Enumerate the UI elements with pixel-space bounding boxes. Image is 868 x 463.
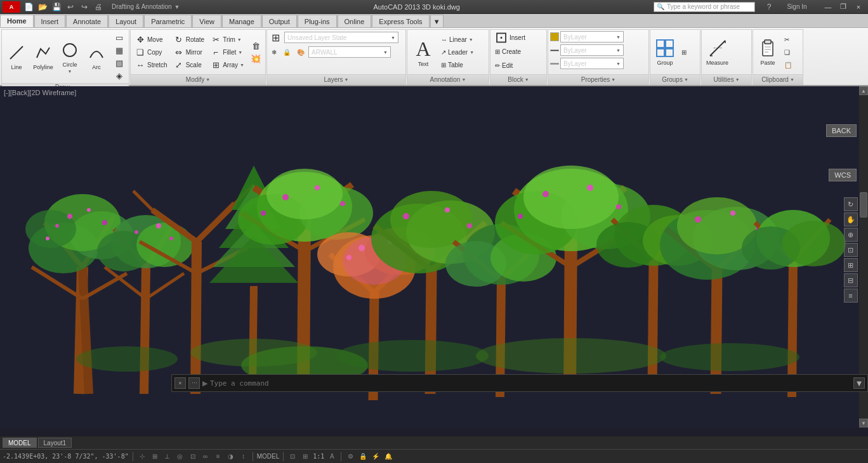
cmd-close-btn[interactable]: × <box>174 377 186 389</box>
osnap-icon[interactable]: ⊡ <box>188 452 198 462</box>
create-block-tool[interactable]: ⊞ Create <box>492 45 523 58</box>
rotate-tool[interactable]: ↻ Rotate <box>171 33 207 46</box>
clipboard-panel-label[interactable]: Clipboard ▼ <box>753 74 803 84</box>
insert-tool[interactable]: ⊡ Insert <box>492 31 528 44</box>
annotation-scale-icon[interactable]: A <box>327 452 337 462</box>
gradient-tool[interactable]: ▧ <box>112 56 127 69</box>
paste-special-tool[interactable]: 📋 <box>782 58 794 71</box>
layer-lock-tool[interactable]: 🔒 <box>280 46 293 58</box>
zoom-all-btn[interactable]: ⊟ <box>844 273 858 287</box>
selection-icon[interactable]: ↕ <box>239 452 249 462</box>
tab-parametric[interactable]: Parametric <box>144 15 192 27</box>
close-btn[interactable]: × <box>852 2 865 12</box>
layer-state-dropdown[interactable]: Unsaved Layer State ▼ <box>284 32 398 43</box>
scroll-thumb[interactable] <box>860 192 867 218</box>
paste-tool[interactable]: Paste <box>755 36 780 68</box>
linear-tool[interactable]: ↔ Linear ▼ <box>438 33 477 46</box>
tab-manage[interactable]: Manage <box>222 15 261 27</box>
nav-controls-btn[interactable]: ≡ <box>844 289 858 303</box>
tab-view[interactable]: View <box>192 15 221 27</box>
zoom-extents-btn[interactable]: ⊡ <box>844 243 858 257</box>
tab-layout[interactable]: Layout <box>109 15 143 27</box>
plot-btn[interactable]: 🖨 <box>93 2 104 12</box>
lineweight-icon[interactable]: ≡ <box>213 452 223 462</box>
erase-tool[interactable]: 🗑 <box>248 39 263 52</box>
groups-panel-label[interactable]: Groups ▼ <box>650 74 700 84</box>
line-tool[interactable]: Line <box>4 41 29 72</box>
rectangle-tool[interactable]: ▭ <box>112 31 127 44</box>
layer-color-tool[interactable]: 🎨 <box>294 46 307 58</box>
stretch-tool[interactable]: ↔ Stretch <box>133 58 170 71</box>
command-input[interactable] <box>210 379 851 388</box>
viewport-scale-icon[interactable]: ⊡ <box>287 452 298 462</box>
cmd-options-btn[interactable]: ⋯ <box>188 377 200 389</box>
back-button[interactable]: BACK <box>826 124 857 137</box>
color-swatch[interactable] <box>550 32 559 41</box>
scroll-up-btn[interactable]: ▲ <box>859 86 868 95</box>
orbit-btn[interactable]: ↻ <box>844 197 858 211</box>
bylayer-linetype-dropdown[interactable]: ByLayer ▼ <box>560 44 624 56</box>
measure-tool[interactable]: ←→ Measure <box>704 36 731 68</box>
scale-tool[interactable]: ⤢ Scale <box>171 58 207 71</box>
zoom-window-btn[interactable]: ⊞ <box>844 258 858 272</box>
tab-plugins[interactable]: Plug-ins <box>298 15 337 27</box>
trim-tool[interactable]: ✂ Trim ▼ <box>208 33 247 46</box>
text-tool[interactable]: A Text <box>409 36 437 68</box>
layer-properties-tool[interactable]: ⊞ <box>269 31 282 44</box>
tab-online[interactable]: Online <box>338 15 372 27</box>
wcs-button[interactable]: WCS <box>829 169 857 181</box>
fillet-tool[interactable]: ⌐ Fillet ▼ <box>208 46 247 58</box>
otrack-icon[interactable]: ∞ <box>201 452 211 462</box>
snap-icon[interactable]: ⊹ <box>137 452 147 462</box>
zoom-btn[interactable]: ⊕ <box>844 228 858 242</box>
mirror-tool[interactable]: ⇔ Mirror <box>171 46 207 58</box>
annotation-panel-label[interactable]: Annotation ▼ <box>407 74 489 84</box>
new-btn[interactable]: 📄 <box>23 2 34 12</box>
block-panel-label[interactable]: Block ▼ <box>490 74 546 84</box>
copy-tool[interactable]: ❏ Copy <box>133 46 170 58</box>
workspace-dropdown-arrow[interactable]: ▼ <box>174 4 180 10</box>
ortho-icon[interactable]: ⊥ <box>162 452 173 462</box>
cut-tool[interactable]: ✂ <box>782 33 794 46</box>
layer-freeze-tool[interactable]: ❄ <box>269 46 279 58</box>
circle-tool[interactable]: Circle ▼ <box>57 38 82 75</box>
workspace-selector[interactable]: Drafting & Annotation <box>112 3 172 10</box>
model-tab[interactable]: MODEL <box>3 438 37 448</box>
move-tool[interactable]: ✥ Move <box>133 33 170 46</box>
notification-icon[interactable]: 🔔 <box>383 452 393 462</box>
hatch-tool[interactable]: ▦ <box>112 44 127 56</box>
group-manager-tool[interactable]: ⊞ <box>679 46 689 58</box>
array-tool[interactable]: ⊞ Array ▼ <box>208 58 247 71</box>
arc-tool[interactable]: Arc <box>84 41 109 72</box>
table-tool[interactable]: ⊞ Table <box>438 58 477 71</box>
scroll-down-btn[interactable]: ▼ <box>859 419 868 427</box>
save-btn[interactable]: 💾 <box>51 2 62 12</box>
open-btn[interactable]: 📂 <box>37 2 48 12</box>
tab-more[interactable]: ▼ <box>430 15 444 27</box>
undo-btn[interactable]: ↩ <box>65 2 76 12</box>
grid-icon[interactable]: ⊞ <box>150 452 160 462</box>
minimize-btn[interactable]: — <box>821 2 835 12</box>
modify-panel-label[interactable]: Modify ▼ <box>131 74 265 84</box>
redo-btn[interactable]: ↪ <box>79 2 90 12</box>
workspace-icon[interactable]: ⚙ <box>345 452 355 462</box>
cmd-scroll-btn[interactable]: ▼ <box>853 377 865 389</box>
search-box[interactable]: 🔍 Type a keyword or phrase <box>654 2 755 12</box>
sign-in-btn[interactable]: Sign In <box>778 2 816 12</box>
region-tool[interactable]: ◈ <box>112 69 127 82</box>
explode-tool[interactable]: 💥 <box>248 52 263 65</box>
tab-express-tools[interactable]: Express Tools <box>372 15 429 27</box>
group-tool[interactable]: Group <box>652 36 678 68</box>
leader-tool[interactable]: ↗ Leader ▼ <box>438 46 477 58</box>
polyline-tool[interactable]: Polyline <box>30 41 56 72</box>
layout1-tab[interactable]: Layout1 <box>38 438 72 448</box>
bylayer-lineweight-dropdown[interactable]: ByLayer ▼ <box>560 58 624 69</box>
transparency-icon[interactable]: ◑ <box>226 452 236 462</box>
restore-btn[interactable]: ❐ <box>836 2 850 12</box>
tab-annotate[interactable]: Annotate <box>66 15 108 27</box>
bylayer-color-dropdown[interactable]: ByLayer ▼ <box>560 31 624 42</box>
tab-insert[interactable]: Insert <box>34 15 66 27</box>
tab-home[interactable]: Home <box>0 15 34 27</box>
hardware-icon[interactable]: ⚡ <box>371 452 381 462</box>
scroll-track[interactable] <box>859 95 868 419</box>
